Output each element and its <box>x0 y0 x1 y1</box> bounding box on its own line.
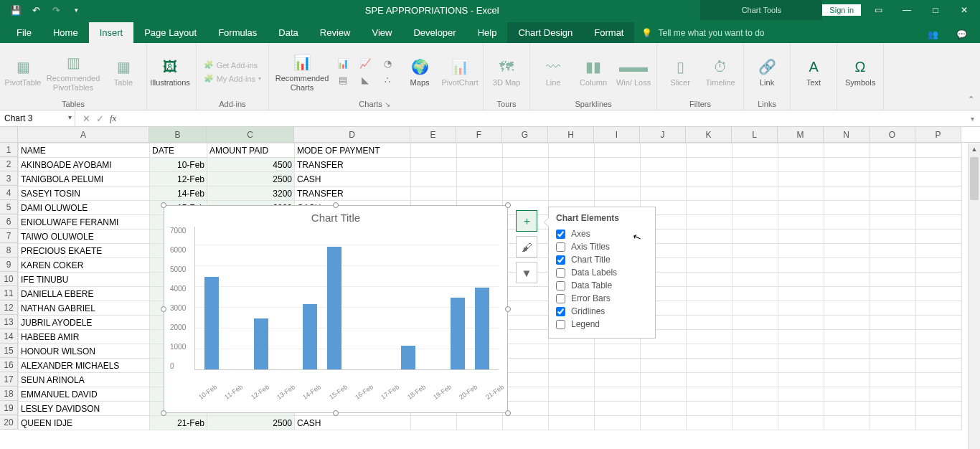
cell[interactable]: KAREN COKER <box>19 258 150 273</box>
cell[interactable]: TRANSFER <box>295 158 411 172</box>
cell[interactable] <box>687 273 732 287</box>
cell[interactable] <box>824 186 870 201</box>
chart-title[interactable]: Chart Title <box>164 206 507 227</box>
cell[interactable] <box>778 287 824 301</box>
chart-bar[interactable] <box>327 247 341 369</box>
sparkline-column-button[interactable]: ▮▮Column <box>575 55 612 88</box>
cell[interactable]: 21-Feb <box>150 416 207 430</box>
cell[interactable] <box>778 201 824 215</box>
cell[interactable]: DANIELLA EBERE <box>19 287 150 301</box>
cell[interactable]: MODE OF PAYMENT <box>295 143 411 158</box>
cell[interactable] <box>503 172 549 186</box>
cell[interactable] <box>503 287 549 301</box>
cell[interactable] <box>824 287 870 301</box>
cell[interactable] <box>916 330 962 344</box>
cell[interactable] <box>687 172 732 186</box>
chart-elements-button[interactable]: ＋ <box>516 210 537 232</box>
cell[interactable]: SEUN ARINOLA <box>19 373 150 387</box>
cell[interactable] <box>916 230 962 244</box>
row-header[interactable]: 8 <box>0 243 18 257</box>
vertical-scrollbar[interactable]: ▲ <box>968 143 980 449</box>
checkbox[interactable] <box>556 242 565 252</box>
tab-review[interactable]: Review <box>309 22 362 43</box>
cell[interactable] <box>503 373 549 387</box>
area-chart-icon[interactable]: ◣ <box>356 73 374 88</box>
row-header[interactable]: 15 <box>0 344 18 358</box>
cell[interactable] <box>870 215 916 230</box>
cell[interactable] <box>732 158 778 172</box>
symbols-button[interactable]: ΩSymbols <box>842 55 879 88</box>
minimize-icon[interactable]: — <box>895 1 918 19</box>
cell[interactable] <box>778 230 824 244</box>
cell[interactable] <box>824 258 870 273</box>
resize-handle[interactable] <box>161 410 166 416</box>
cell[interactable] <box>411 172 457 186</box>
row-header[interactable]: 6 <box>0 214 18 229</box>
undo-icon[interactable]: ↶ <box>27 3 44 17</box>
tab-developer[interactable]: Developer <box>402 22 466 43</box>
cell[interactable] <box>549 373 595 387</box>
cell[interactable] <box>870 287 916 301</box>
scatter-chart-icon[interactable]: ∴ <box>378 73 397 88</box>
chart-element-option[interactable]: Error Bars <box>556 292 648 305</box>
checkbox[interactable] <box>556 255 565 265</box>
cell[interactable] <box>824 230 870 244</box>
name-box-dropdown-icon[interactable]: ▾ <box>68 113 72 121</box>
col-header-p[interactable]: P <box>915 127 961 142</box>
cell[interactable] <box>732 244 778 258</box>
cell[interactable] <box>687 402 732 416</box>
cell[interactable]: LESLEY DAVIDSON <box>19 402 150 416</box>
cell[interactable] <box>916 201 962 215</box>
cell[interactable] <box>732 316 778 330</box>
comments-icon[interactable]: 💬 <box>950 26 973 43</box>
cell[interactable] <box>778 330 824 344</box>
chart-element-option[interactable]: Data Labels <box>556 266 648 279</box>
scroll-up-icon[interactable]: ▲ <box>969 143 980 156</box>
cell[interactable] <box>549 416 595 430</box>
cell[interactable] <box>916 186 962 201</box>
chart-bar[interactable] <box>475 288 489 369</box>
pivot-chart-button[interactable]: 📊PivotChart <box>441 55 479 88</box>
cell[interactable] <box>916 301 962 316</box>
cell[interactable] <box>870 344 916 359</box>
cell[interactable] <box>870 330 916 344</box>
cell[interactable] <box>778 402 824 416</box>
cell[interactable] <box>824 330 870 344</box>
cell[interactable]: HABEEB AMIR <box>19 330 150 344</box>
cell[interactable] <box>595 387 641 402</box>
row-header[interactable]: 7 <box>0 229 18 243</box>
cell[interactable] <box>870 244 916 258</box>
cell[interactable] <box>687 330 732 344</box>
cell[interactable]: NAME <box>19 143 150 158</box>
cancel-formula-icon[interactable]: ✕ <box>83 113 90 124</box>
cell[interactable] <box>595 359 641 373</box>
slicer-button[interactable]: ▯Slicer <box>661 55 699 88</box>
cell[interactable] <box>549 359 595 373</box>
cell[interactable] <box>824 172 870 186</box>
tab-format[interactable]: Format <box>583 22 634 43</box>
col-header-j[interactable]: J <box>640 127 686 142</box>
select-all-corner[interactable] <box>0 127 18 142</box>
maps-button[interactable]: 🌍Maps <box>401 55 438 88</box>
chart-bar[interactable] <box>401 346 415 369</box>
sign-in-button[interactable]: Sign in <box>822 4 861 16</box>
cell[interactable] <box>824 215 870 230</box>
cell[interactable] <box>503 387 549 402</box>
cell[interactable] <box>824 244 870 258</box>
cell[interactable] <box>641 373 687 387</box>
pie-chart-icon[interactable]: ◔ <box>378 57 397 71</box>
insert-function-icon[interactable]: fx <box>110 113 116 124</box>
tell-me-search[interactable]: 💡 Tell me what you want to do <box>634 23 771 43</box>
cell[interactable] <box>503 158 549 172</box>
qat-customize-icon[interactable]: ▾ <box>67 3 85 17</box>
formula-input[interactable] <box>123 110 971 126</box>
sparkline-winloss-button[interactable]: ▬▬Win/ Loss <box>615 55 652 88</box>
cell[interactable] <box>457 158 503 172</box>
row-header[interactable]: 17 <box>0 372 18 387</box>
cell[interactable] <box>503 344 549 359</box>
cell[interactable] <box>411 158 457 172</box>
cell[interactable]: 2500 <box>207 172 295 186</box>
row-header[interactable]: 5 <box>0 200 18 214</box>
chart-styles-button[interactable]: 🖌 <box>516 236 537 257</box>
cell[interactable] <box>732 258 778 273</box>
